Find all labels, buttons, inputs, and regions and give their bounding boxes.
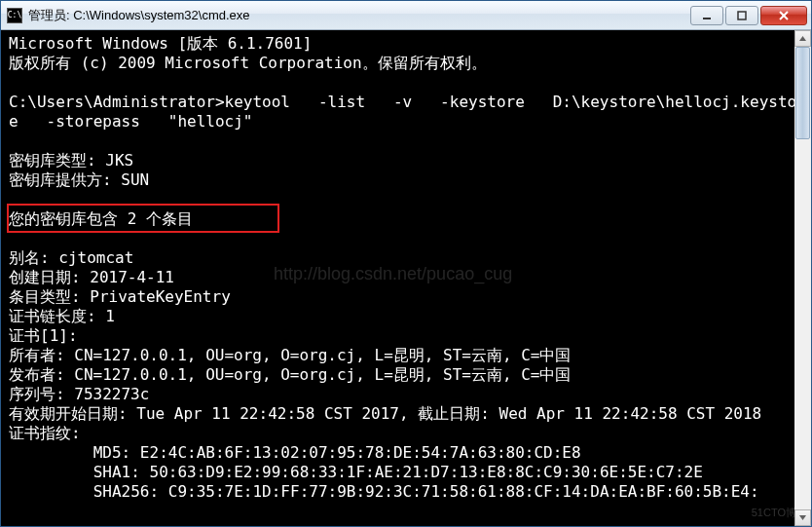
window-title: 管理员: C:\Windows\system32\cmd.exe: [28, 7, 688, 24]
maximize-button[interactable]: [725, 6, 758, 25]
maximize-icon: [736, 10, 748, 21]
minimize-icon: [701, 10, 713, 21]
vertical-scrollbar[interactable]: [794, 30, 811, 526]
svg-marker-4: [799, 36, 806, 41]
svg-rect-1: [738, 12, 746, 19]
scroll-thumb[interactable]: [795, 47, 810, 139]
title-bar[interactable]: C:\ 管理员: C:\Windows\system32\cmd.exe: [1, 1, 811, 30]
svg-marker-5: [799, 515, 806, 520]
window-controls: [688, 6, 807, 25]
close-button[interactable]: [760, 6, 807, 25]
chevron-down-icon: [798, 513, 807, 522]
minimize-button[interactable]: [690, 6, 723, 25]
window-frame: C:\ 管理员: C:\Windows\system32\cmd.exe Mic…: [0, 0, 812, 527]
cmd-icon: C:\: [7, 8, 22, 23]
terminal-area[interactable]: Microsoft Windows [版本 6.1.7601] 版权所有 (c)…: [1, 30, 811, 526]
terminal-output: Microsoft Windows [版本 6.1.7601] 版权所有 (c)…: [9, 34, 807, 502]
close-icon: [778, 10, 790, 21]
scroll-up-button[interactable]: [794, 30, 811, 47]
scroll-down-button[interactable]: [794, 509, 811, 526]
scroll-track[interactable]: [794, 47, 811, 509]
chevron-up-icon: [798, 34, 807, 43]
